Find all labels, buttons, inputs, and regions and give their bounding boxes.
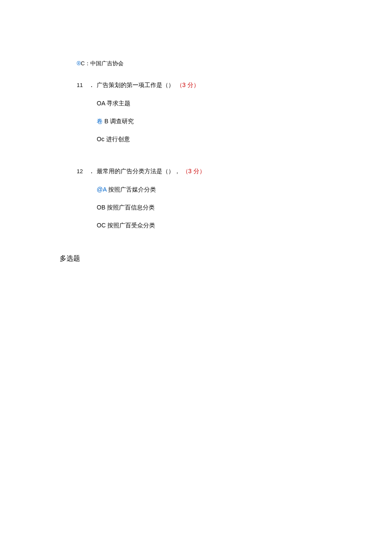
- question-11: 11 ． 广告策划的第一项工作是（） （3 分）: [77, 81, 332, 90]
- q11-option-c: Oc 进行创意: [97, 136, 332, 143]
- option-prefix: OC: [97, 222, 106, 229]
- option-prefix-correct: 卷: [97, 118, 104, 125]
- option-line-c: ®C：中国广吉协会: [77, 58, 332, 69]
- option-prefix: OB: [97, 204, 105, 211]
- document-content: ®C：中国广吉协会 11 ． 广告策划的第一项工作是（） （3 分） OA 寻求…: [77, 58, 332, 263]
- option-letter: B: [104, 118, 108, 125]
- option-text: 寻求主题: [105, 100, 130, 107]
- q12-option-a: @A 按照广舌媒介分类: [97, 186, 332, 194]
- question-number: 11: [77, 82, 83, 88]
- question-dot: ．: [88, 167, 95, 174]
- option-text: 按照广百信息分类: [105, 204, 155, 211]
- option-text: 按照广百受众分类: [106, 222, 155, 229]
- registered-mark-icon: ®: [77, 60, 81, 67]
- question-text: 广告策划的第一项工作是（）: [97, 81, 174, 88]
- question-text: 最常用的广告分类方法是（），: [97, 168, 180, 174]
- question-score: （3 分）: [176, 81, 199, 88]
- section-heading: 多选题: [60, 254, 332, 263]
- q12-option-b: OB 按照广百信息分类: [97, 204, 332, 212]
- option-c-text: C：中国广吉协会: [81, 60, 124, 67]
- question-12: 12 ． 最常用的广告分类方法是（）， （3 分）: [77, 167, 332, 176]
- q11-option-b: 卷 B 调查研究: [97, 118, 332, 125]
- q11-option-a: OA 寻求主题: [97, 100, 332, 108]
- option-text: 按照广舌媒介分类: [107, 186, 156, 193]
- option-text: 调查研究: [108, 118, 134, 125]
- q12-option-c: OC 按照广百受众分类: [97, 222, 332, 230]
- option-prefix: Oc: [97, 136, 104, 142]
- option-text: 进行创意: [104, 136, 130, 142]
- question-score: （3 分）: [182, 168, 205, 174]
- option-prefix-correct: @A: [97, 186, 107, 193]
- question-number: 12: [77, 168, 83, 174]
- question-dot: ．: [88, 81, 95, 88]
- option-prefix: OA: [97, 100, 105, 107]
